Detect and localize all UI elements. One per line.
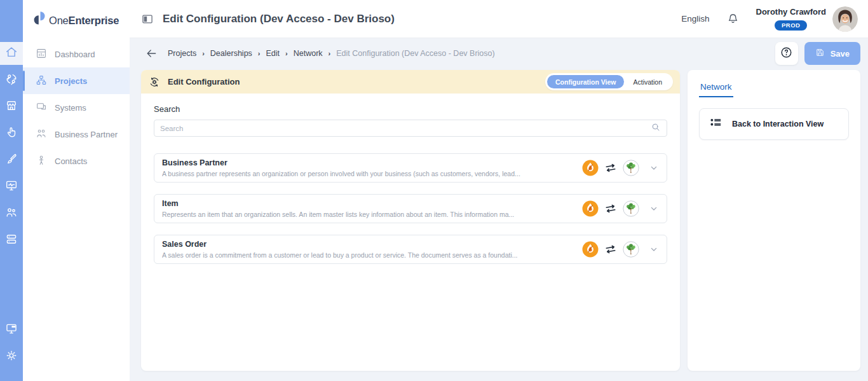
- rail-store-button[interactable]: [0, 95, 23, 118]
- rail-hand-pointer-button[interactable]: [0, 122, 23, 145]
- people-icon: [4, 205, 18, 222]
- sidebar-item-label: Projects: [55, 76, 87, 86]
- sidebar-item-contacts[interactable]: Contacts: [23, 148, 130, 174]
- toggle-configuration-view[interactable]: Configuration View: [547, 75, 624, 88]
- environment-badge: PROD: [775, 20, 807, 31]
- entity-card-sales-order[interactable]: Sales Order A sales order is a commitmen…: [154, 235, 667, 264]
- brand-logo[interactable]: OneEnterprise: [23, 0, 130, 41]
- tree-badge-icon[interactable]: [623, 200, 639, 217]
- header-right: English Dorothy Crawford PROD: [681, 6, 858, 32]
- breadcrumb-separator: ›: [202, 50, 205, 57]
- sidebar-item-systems[interactable]: Systems: [23, 94, 130, 121]
- breadcrumb-separator: ›: [285, 50, 288, 57]
- flame-badge-icon[interactable]: [582, 241, 599, 258]
- sidebar-item-label: Dashboard: [55, 50, 95, 59]
- panels-area: Edit Configuration Configuration View Ac…: [130, 69, 868, 381]
- entity-card-text: Sales Order A sales order is a commitmen…: [162, 240, 527, 259]
- breadcrumb-item[interactable]: Projects: [168, 49, 196, 58]
- rail-people-button[interactable]: [0, 202, 23, 225]
- breadcrumb-item[interactable]: Network: [294, 49, 323, 58]
- list-icon: [710, 117, 722, 131]
- search-icon[interactable]: [651, 122, 661, 135]
- sidebar-item-label: Business Partner: [55, 130, 118, 139]
- swap-arrows-icon[interactable]: [604, 202, 617, 215]
- rail-paintbrush-button[interactable]: [0, 149, 23, 172]
- user-block: Dorothy Crawford PROD: [756, 7, 827, 31]
- chevron-down-icon[interactable]: [649, 204, 659, 214]
- save-button[interactable]: Save: [804, 42, 860, 65]
- contacts-icon: [36, 155, 47, 168]
- language-selector[interactable]: English: [681, 14, 709, 24]
- breadcrumb-item[interactable]: Edit: [266, 49, 280, 58]
- entity-card-icons: [582, 200, 659, 217]
- entity-card-item[interactable]: Item Represents an item that an organiza…: [154, 194, 667, 223]
- sidebar-item-label: Contacts: [55, 156, 87, 166]
- view-toggle: Configuration View Activation: [545, 73, 673, 90]
- back-to-interaction-view-label: Back to Interaction View: [732, 120, 824, 128]
- brand-name: OneEnterprise: [49, 15, 119, 27]
- gear-icon: [4, 349, 18, 365]
- rail-settings-button[interactable]: [0, 345, 23, 368]
- chevron-down-icon[interactable]: [649, 244, 659, 254]
- toggle-activation[interactable]: Activation: [624, 75, 671, 88]
- flame-badge-icon[interactable]: [582, 160, 599, 176]
- configuration-panel-body: Search Business Partner A business partn…: [141, 94, 680, 275]
- store-icon: [4, 99, 18, 115]
- monitor-apps-icon: [4, 322, 18, 338]
- hand-pointer-icon: [4, 125, 18, 142]
- systems-icon: [36, 101, 47, 114]
- floppy-disk-icon: [815, 48, 825, 59]
- server-stack-icon: [4, 232, 18, 249]
- question-circle-icon: [780, 46, 793, 61]
- entity-card-icons: [582, 241, 659, 258]
- tab-network[interactable]: Network: [699, 82, 733, 97]
- icon-rail: [0, 0, 23, 381]
- dashboard-icon: [36, 48, 47, 61]
- chevron-down-icon[interactable]: [649, 163, 659, 173]
- sidebar-item-projects[interactable]: Projects: [23, 67, 130, 94]
- sidebar-item-label: Systems: [55, 103, 86, 113]
- flame-badge-icon[interactable]: [582, 200, 599, 217]
- breadcrumb-item[interactable]: Dealerships: [210, 49, 252, 58]
- rail-monitor-apps-button[interactable]: [0, 319, 23, 342]
- configuration-panel-title: Edit Configuration: [168, 77, 240, 87]
- entity-card-description: A sales order is a commitment from a cus…: [162, 251, 517, 259]
- search-input[interactable]: [160, 125, 651, 132]
- entity-card-title: Business Partner: [162, 158, 520, 167]
- back-arrow-icon[interactable]: [145, 47, 158, 60]
- monitor-chart-icon: [4, 179, 18, 195]
- search-box: [154, 120, 667, 137]
- rail-server-stack-button[interactable]: [0, 229, 23, 252]
- notifications-bell-icon[interactable]: [726, 12, 740, 25]
- user-avatar[interactable]: [832, 6, 858, 32]
- entity-card-text: Item Represents an item that an organiza…: [162, 199, 524, 218]
- save-button-label: Save: [831, 49, 850, 59]
- sidebar-item-dashboard[interactable]: Dashboard: [23, 41, 130, 67]
- entity-card-title: Sales Order: [162, 240, 517, 249]
- entity-card-business-partner[interactable]: Business Partner A business partner repr…: [154, 153, 667, 183]
- user-name: Dorothy Crawford: [756, 7, 827, 17]
- sidebar-item-business-partner[interactable]: Business Partner: [23, 121, 130, 148]
- back-to-interaction-view-button[interactable]: Back to Interaction View: [699, 108, 849, 140]
- rail-home-button[interactable]: [0, 42, 23, 65]
- rail-people-sync-button[interactable]: [0, 69, 23, 92]
- app-root: OneEnterprise Dashboard Projects Systems…: [0, 0, 868, 381]
- people-sync-icon: [4, 72, 18, 88]
- breadcrumb-separator: ›: [329, 50, 331, 57]
- configuration-panel: Edit Configuration Configuration View Ac…: [141, 70, 680, 371]
- entity-card-description: Represents an item that an organization …: [162, 211, 514, 218]
- swap-arrows-icon[interactable]: [604, 162, 617, 174]
- help-button[interactable]: [775, 42, 798, 65]
- entity-card-text: Business Partner A business partner repr…: [162, 158, 531, 177]
- entity-card-title: Item: [162, 199, 514, 208]
- swap-arrows-icon[interactable]: [604, 243, 617, 256]
- breadcrumb-current: Edit Configuration (Dev Acceso - Dev Bri…: [336, 49, 494, 58]
- entity-card-icons: [582, 160, 659, 176]
- sidebar-collapse-icon[interactable]: [141, 13, 154, 25]
- tree-badge-icon[interactable]: [623, 241, 639, 258]
- network-panel: Network Back to Interaction View: [688, 70, 860, 371]
- tree-badge-icon[interactable]: [623, 160, 639, 176]
- search-label: Search: [154, 104, 667, 114]
- rail-monitor-chart-button[interactable]: [0, 176, 23, 198]
- home-icon: [4, 45, 18, 62]
